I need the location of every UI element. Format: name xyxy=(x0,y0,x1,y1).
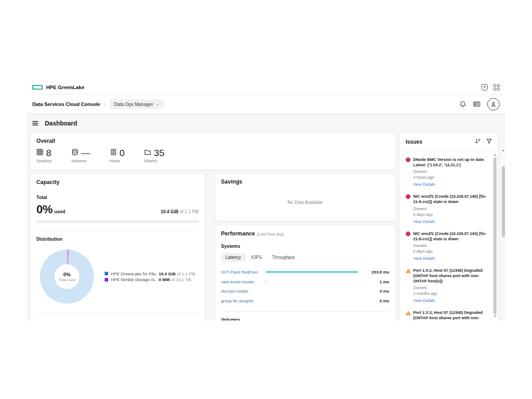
legend-value: 10.4 GiB xyxy=(159,271,176,276)
latency-bar-track xyxy=(266,281,359,282)
issue-title: Port 1:2:3, Host 57 (12345) Degraded (ON… xyxy=(413,310,487,321)
latency-bar-track xyxy=(266,271,359,273)
divider: | xyxy=(104,102,106,107)
tab-latency[interactable]: Latency xyxy=(221,253,246,262)
system-link[interactable]: SVT-Fleet-TestExec xyxy=(221,270,266,274)
issue-title: Port 1:0:2, Host 57 (12345) Degraded (ON… xyxy=(413,268,487,284)
help-icon[interactable]: ? xyxy=(481,84,488,90)
stat-shares: 35 Shares xyxy=(144,148,164,163)
issue-title: DNode BMC Version is not up to date. Lat… xyxy=(413,157,487,168)
tab-throughput[interactable]: Throughput xyxy=(267,253,299,262)
view-details-link[interactable]: View Details xyxy=(413,219,435,224)
capacity-progress-bar xyxy=(36,220,199,223)
hosts-icon xyxy=(110,149,117,157)
issue-item: NIC ens2f1 (Cnode (10.226.57.193) [ftc-2… xyxy=(406,231,487,262)
sort-icon[interactable] xyxy=(475,138,481,146)
issue-time: 6 days ago xyxy=(413,212,487,217)
issue-title: NIC ens2f1 (Cnode (10.226.57.193) [ftc-2… xyxy=(413,231,487,242)
issues-list: DNode BMC Version is not up to date. Lat… xyxy=(406,151,492,321)
issue-item: Port 1:2:3, Host 57 (12345) Degraded (ON… xyxy=(406,310,487,321)
legend-swatch-purple xyxy=(105,278,108,282)
legend-swatch-blue xyxy=(105,272,108,275)
latency-bar xyxy=(266,271,358,273)
capacity-of-total: of 1.1 PiB xyxy=(180,209,199,214)
performance-tabs: Latency IOPS Throughput xyxy=(221,253,389,262)
system-link[interactable]: group-ftc-array55 xyxy=(221,298,266,303)
system-link[interactable]: vast-avnet-cluster xyxy=(221,279,266,284)
hosts-count: 0 xyxy=(120,148,125,157)
app-window: HPE GreenLake ? Data Services Cloud Cons… xyxy=(27,81,505,321)
volumes-count: — xyxy=(81,148,90,157)
capacity-percent: 0% xyxy=(36,203,53,216)
view-details-link[interactable]: View Details xyxy=(413,182,435,187)
scrollbar-thumb[interactable] xyxy=(502,166,505,237)
performance-subtitle: (Last hour avg) xyxy=(257,232,284,236)
issue-time: 6 days ago xyxy=(413,249,487,254)
filter-icon[interactable] xyxy=(486,138,492,146)
capacity-used-suffix: used xyxy=(55,209,66,214)
divider xyxy=(221,311,389,312)
latency-bar-track xyxy=(266,300,359,301)
menu-hamburger-icon[interactable] xyxy=(32,121,38,125)
latency-value: 203.8 ms xyxy=(364,270,389,274)
view-details-link[interactable]: View Details xyxy=(413,256,435,261)
system-link[interactable]: devops-cluster xyxy=(221,289,266,293)
savings-title: Savings xyxy=(221,179,389,185)
latency-value: 0 ms xyxy=(364,298,389,303)
critical-icon xyxy=(405,157,411,163)
hpe-logo-icon xyxy=(32,85,43,90)
scrollbar-thumb[interactable] xyxy=(493,158,497,314)
stat-systems: 8 Systems xyxy=(36,148,52,163)
tab-iops[interactable]: IOPS xyxy=(247,253,266,262)
scroll-up-icon[interactable]: ▲ xyxy=(501,149,505,152)
latency-bar xyxy=(266,281,266,282)
stat-volumes: — Volumes xyxy=(71,148,90,163)
issue-time: 2 months ago xyxy=(413,291,487,296)
critical-icon xyxy=(405,231,411,237)
capacity-card: Capacity Total 0% used 10.4 GiB of 1.1 P… xyxy=(30,173,205,321)
issue-item: Port 1:0:2, Host 57 (12345) Degraded (ON… xyxy=(406,268,487,304)
announcements-icon[interactable] xyxy=(473,101,481,107)
critical-icon xyxy=(405,194,411,200)
capacity-title: Capacity xyxy=(36,179,199,185)
scroll-up-icon[interactable]: ▲ xyxy=(493,153,497,156)
view-details-link[interactable]: View Details xyxy=(413,298,435,303)
capacity-total-label: Total xyxy=(36,195,199,200)
page-scrollbar[interactable]: ▲ ▼ xyxy=(501,148,505,321)
performance-row: devops-cluster 0 ms xyxy=(221,286,389,296)
user-avatar[interactable] xyxy=(487,98,500,110)
app-selector-label: Data Ops Manager xyxy=(114,102,153,107)
shares-icon xyxy=(144,149,151,157)
dashboard-content: Dashboard Overall 8 Systems xyxy=(27,114,505,321)
systems-count: 8 xyxy=(46,148,51,157)
console-title: Data Services Cloud Console xyxy=(32,102,100,107)
app-switcher-icon[interactable] xyxy=(493,84,500,91)
chevron-down-icon: ⌄ xyxy=(156,102,159,106)
legend-item: HPE Nimble Storage Al... 0 MiB of 15.1 T… xyxy=(105,277,195,282)
app-selector-dropdown[interactable]: Data Ops Manager ⌄ xyxy=(110,99,164,109)
volumes-icon xyxy=(71,149,78,157)
issues-panel: Issues DNode BMC Version is not up to da… xyxy=(399,133,498,321)
performance-volumes-label: Volumes xyxy=(221,317,389,321)
latency-value: 1 ms xyxy=(364,279,389,284)
issues-title: Issues xyxy=(406,139,422,145)
notifications-bell-icon[interactable] xyxy=(459,101,466,108)
issues-scrollbar[interactable]: ▲ ▼ xyxy=(493,153,497,318)
distribution-label: Distribution xyxy=(36,236,199,242)
donut-center-label: Total Used xyxy=(59,278,75,282)
scroll-down-icon[interactable]: ▼ xyxy=(493,315,497,317)
issue-item: DNode BMC Version is not up to date. Lat… xyxy=(406,157,487,188)
brand-title: HPE GreenLake xyxy=(46,85,84,90)
performance-row: vast-avnet-cluster 1 ms xyxy=(221,277,389,287)
legend-of: of 15.1 TiB xyxy=(171,277,191,282)
hosts-label: Hosts xyxy=(110,159,125,163)
legend-item: HPE GreenLake for File... 10.4 GiB of 1.… xyxy=(105,271,195,276)
systems-label: Systems xyxy=(36,159,52,163)
issue-category: Generic xyxy=(413,169,487,174)
shares-count: 35 xyxy=(154,148,164,157)
issue-title: NIC ens2f1 (Cnode (10.226.57.195) [ftc-2… xyxy=(413,194,487,204)
divider xyxy=(36,313,199,314)
volumes-label: Volumes xyxy=(71,159,90,163)
legend-name: HPE Nimble Storage Al... xyxy=(111,277,157,282)
performance-title: Performance xyxy=(221,231,255,237)
